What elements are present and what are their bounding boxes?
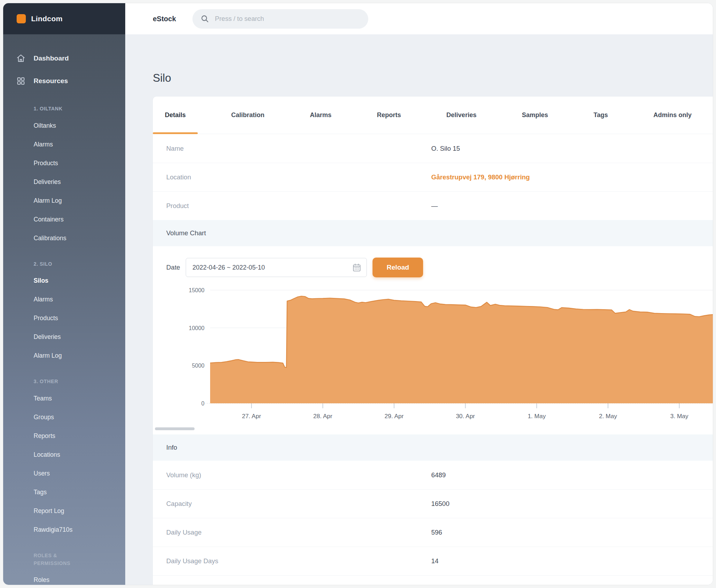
svg-text:10000: 10000 (189, 325, 205, 331)
topbar: eStock (125, 3, 713, 34)
chart-horizontal-scrollbar[interactable] (155, 427, 195, 430)
sidebar-item-label: Dashboard (34, 54, 69, 62)
sidebar-item-oiltanks[interactable]: Oiltanks (3, 116, 125, 135)
sidebar-item-label: Resources (34, 77, 68, 85)
sidebar-item-teams[interactable]: Teams (3, 389, 125, 408)
search-box[interactable] (192, 9, 368, 29)
info-row: Empty21/05/22 (153, 575, 713, 585)
brand-name: Lindcom (31, 15, 63, 23)
svg-text:5000: 5000 (192, 363, 204, 369)
page-content: Silo DetailsCalibrationAlarmsReportsDeli… (125, 34, 713, 585)
info-row: Daily Usage Days14 (153, 547, 713, 575)
sidebar-item-deliveries[interactable]: Deliveries (3, 173, 125, 191)
location-link[interactable]: Gårestrupvej 179, 9800 Hjørring (431, 173, 530, 181)
sidebar-item-roles[interactable]: Roles (3, 571, 125, 585)
sidebar-item-silos[interactable]: Silos (3, 271, 125, 290)
svg-text:15000: 15000 (189, 287, 205, 293)
date-range-input[interactable] (187, 264, 329, 271)
sidebar-item-rawdigia710s[interactable]: Rawdigia710s (3, 520, 125, 539)
sidebar-section-title: 1. OILTANK (3, 105, 80, 113)
sidebar-item-alarms[interactable]: Alarms (3, 135, 125, 154)
sidebar-item-reports[interactable]: Reports (3, 427, 125, 445)
app-name: eStock (153, 15, 176, 23)
sidebar-item-tags[interactable]: Tags (3, 483, 125, 502)
reload-button[interactable]: Reload (373, 258, 423, 277)
sidebar-sections: 1. OILTANKOiltanksAlarmsProductsDeliveri… (3, 105, 125, 585)
sidebar: Lindcom Dashboard Resources (3, 3, 125, 585)
field-label: Daily Usage Days (153, 557, 431, 565)
tab-details[interactable]: Details (153, 97, 198, 134)
sidebar-item-report-log[interactable]: Report Log (3, 502, 125, 520)
field-value: — (431, 202, 438, 210)
page-title: Silo (153, 72, 713, 85)
tab-bar: DetailsCalibrationAlarmsReportsDeliverie… (153, 97, 713, 134)
silo-card: DetailsCalibrationAlarmsReportsDeliverie… (153, 97, 713, 585)
svg-text:29. Apr: 29. Apr (385, 413, 404, 420)
grid-icon (16, 76, 26, 86)
tab-reports[interactable]: Reports (365, 97, 413, 134)
sidebar-item-resources[interactable]: Resources (3, 70, 125, 92)
sidebar-brand[interactable]: Lindcom (3, 3, 125, 34)
tab-admins-only[interactable]: Admins only (641, 97, 704, 134)
svg-text:1. May: 1. May (528, 413, 546, 420)
sidebar-section-title: 3. OTHER (3, 378, 80, 386)
field-label: Product (153, 202, 431, 210)
svg-text:28. Apr: 28. Apr (313, 413, 333, 420)
info-row: Daily Usage596 (153, 518, 713, 547)
info-rows: Volume (kg)6489Capacity16500Daily Usage5… (153, 461, 713, 585)
field-value: 6489 (431, 471, 446, 479)
section-info: Info (153, 434, 713, 461)
sidebar-item-products[interactable]: Products (3, 309, 125, 328)
sidebar-item-deliveries[interactable]: Deliveries (3, 328, 125, 346)
sidebar-section-title: ROLES & PERMISSIONS (3, 552, 70, 567)
svg-text:2. May: 2. May (599, 413, 617, 420)
volume-area-chart[interactable]: 05000100001500027. Apr28. Apr29. Apr30. … (166, 285, 713, 426)
svg-text:27. Apr: 27. Apr (242, 413, 261, 420)
field-label: Location (153, 173, 431, 181)
field-value: 16500 (431, 500, 449, 508)
sidebar-item-locations[interactable]: Locations (3, 445, 125, 464)
sidebar-item-alarms[interactable]: Alarms (3, 290, 125, 309)
info-row: Capacity16500 (153, 489, 713, 518)
detail-row: LocationGårestrupvej 179, 9800 Hjørring (153, 163, 713, 191)
detail-row: Product— (153, 191, 713, 220)
tab-alarms[interactable]: Alarms (298, 97, 343, 134)
app-window: Lindcom Dashboard Resources (3, 3, 713, 585)
sidebar-item-containers[interactable]: Containers (3, 210, 125, 229)
field-label: Name (153, 145, 431, 152)
chart-block: Date Reload (153, 246, 713, 434)
field-value: 14 (431, 557, 439, 565)
tab-calibration[interactable]: Calibration (219, 97, 276, 134)
svg-text:3. May: 3. May (670, 413, 689, 420)
tab-samples[interactable]: Samples (510, 97, 560, 134)
tab-tags[interactable]: Tags (582, 97, 620, 134)
sidebar-item-alarm-log[interactable]: Alarm Log (3, 191, 125, 210)
detail-rows: NameO. Silo 15LocationGårestrupvej 179, … (153, 134, 713, 220)
sidebar-item-calibrations[interactable]: Calibrations (3, 229, 125, 248)
brand-logo-icon (17, 14, 26, 23)
tab-deliveries[interactable]: Deliveries (434, 97, 489, 134)
sidebar-item-dashboard[interactable]: Dashboard (3, 47, 125, 70)
detail-row: NameO. Silo 15 (153, 134, 713, 163)
svg-text:30. Apr: 30. Apr (456, 413, 475, 420)
section-volume-chart: Volume Chart (153, 220, 713, 246)
main-area: eStock Silo DetailsCalibrationAlarmsRepo… (125, 3, 713, 585)
info-row: Volume (kg)6489 (153, 461, 713, 489)
sidebar-nav: Dashboard Resources 1. OILTANKOiltanksAl… (3, 34, 125, 585)
calendar-icon[interactable] (352, 263, 362, 272)
date-range-picker[interactable] (186, 258, 367, 277)
section-title: Volume Chart (166, 229, 206, 237)
sidebar-item-groups[interactable]: Groups (3, 408, 125, 427)
sidebar-item-users[interactable]: Users (3, 464, 125, 483)
sidebar-item-products[interactable]: Products (3, 154, 125, 173)
field-value: 596 (431, 529, 442, 536)
date-row: Date Reload (166, 258, 713, 277)
search-input[interactable] (215, 15, 350, 23)
sidebar-section-title: 2. SILO (3, 260, 80, 268)
field-label: Volume (kg) (153, 471, 431, 479)
field-label: Daily Usage (153, 529, 431, 536)
section-title: Info (166, 444, 177, 451)
search-icon (200, 14, 209, 23)
field-label: Capacity (153, 500, 431, 508)
sidebar-item-alarm-log[interactable]: Alarm Log (3, 346, 125, 365)
